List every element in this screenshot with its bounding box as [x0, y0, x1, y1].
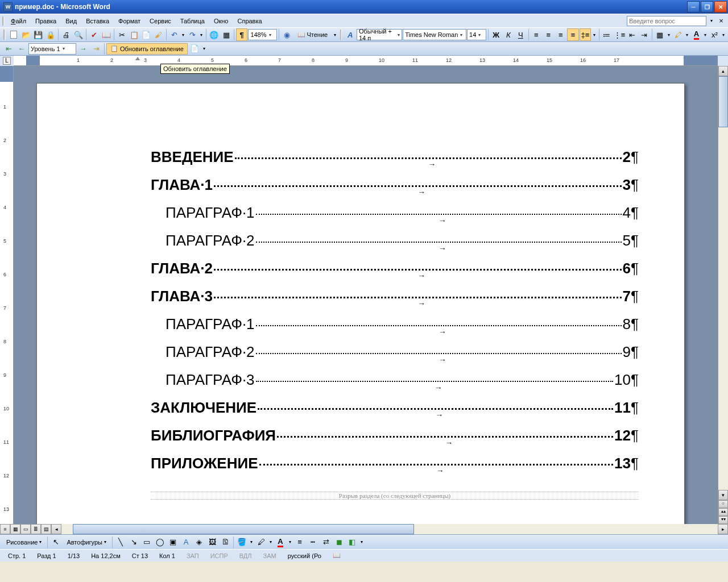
- italic-button[interactable]: К: [503, 28, 515, 41]
- bullets-button[interactable]: ⋮≡: [613, 28, 626, 41]
- status-spellcheck-icon[interactable]: 📖: [329, 552, 344, 559]
- toc-entry[interactable]: ПАРАГРАФ·1 →4¶: [151, 202, 639, 224]
- doc-close-button[interactable]: ×: [717, 15, 726, 27]
- scroll-left-button[interactable]: ◂: [51, 524, 61, 534]
- outline-opts-icon[interactable]: ▾: [201, 43, 207, 55]
- scroll-thumb-h[interactable]: [73, 524, 414, 534]
- menu-table[interactable]: Таблица: [176, 16, 209, 26]
- fill-drop-icon[interactable]: ▾: [249, 536, 254, 548]
- toc-entry[interactable]: ГЛАВА·1 →3¶: [151, 174, 639, 196]
- horizontal-scrollbar[interactable]: ◂ ▸: [51, 524, 728, 534]
- help-dropdown-icon[interactable]: ▾: [708, 15, 715, 27]
- wordart-button[interactable]: A: [180, 536, 192, 548]
- style-combo[interactable]: Обычный + 14 п▾: [357, 29, 402, 40]
- menu-tools[interactable]: Сервис: [146, 16, 175, 26]
- line-color-button[interactable]: 🖊: [255, 536, 267, 548]
- status-lang[interactable]: русский (Ро: [284, 552, 325, 559]
- promote-top-button[interactable]: ⇤: [2, 43, 15, 55]
- underline-button[interactable]: Ч: [515, 28, 527, 41]
- align-justify-button[interactable]: ≡: [567, 28, 579, 41]
- menu-format[interactable]: Формат: [114, 16, 144, 26]
- dash-style-button[interactable]: ┅: [307, 536, 319, 548]
- toc-entry[interactable]: ПАРАГРАФ·3 →10¶: [151, 369, 639, 391]
- toc-entry[interactable]: ГЛАВА·3 →7¶: [151, 285, 639, 307]
- help-search-input[interactable]: [627, 16, 706, 26]
- help-button[interactable]: ◉: [281, 28, 293, 41]
- font-color-button[interactable]: А: [690, 28, 702, 41]
- toolbar-options-icon[interactable]: ▾: [332, 28, 337, 41]
- toc-entry[interactable]: ПАРАГРАФ·2 →9¶: [151, 341, 639, 363]
- minimize-button[interactable]: ─: [687, 1, 700, 13]
- print-view-button[interactable]: ▭: [20, 524, 31, 534]
- vertical-ruler[interactable]: 12345678910111213: [0, 66, 14, 524]
- tab-selector-button[interactable]: L: [3, 57, 11, 65]
- demote-body-button[interactable]: ⇥: [90, 43, 102, 55]
- arrow-button[interactable]: ↘: [127, 536, 140, 548]
- toc-entry[interactable]: ПАРАГРАФ·1 →8¶: [151, 313, 639, 335]
- linespace-drop-icon[interactable]: ▾: [592, 28, 597, 41]
- cut-button[interactable]: ✂: [116, 28, 128, 41]
- document-pane[interactable]: ВВЕДЕНИЕ →2¶ГЛАВА·1 →3¶ПАРАГРАФ·1 →4¶ПАР…: [14, 66, 718, 524]
- toc-entry[interactable]: ЗАКЛЮЧЕНИЕ →11¶: [151, 397, 639, 419]
- toc-entry[interactable]: ПАРАГРАФ·2 →5¶: [151, 230, 639, 252]
- undo-drop-icon[interactable]: ▾: [181, 28, 186, 41]
- select-objects-button[interactable]: ↖: [49, 536, 62, 548]
- highlight-button[interactable]: 🖍: [672, 28, 684, 41]
- menu-edit[interactable]: Правка: [31, 16, 60, 26]
- tables-borders-button[interactable]: ▦: [220, 28, 232, 41]
- arrow-style-button[interactable]: ⇄: [320, 536, 332, 548]
- zoom-combo[interactable]: 148%▾: [248, 29, 277, 40]
- toc-entry[interactable]: ВВЕДЕНИЕ →2¶: [151, 146, 639, 168]
- spellcheck-button[interactable]: ✔: [88, 28, 100, 41]
- promote-button[interactable]: ←: [15, 43, 28, 55]
- paste-button[interactable]: 📄: [140, 28, 152, 41]
- menu-window[interactable]: Окно: [210, 16, 233, 26]
- show-marks-button[interactable]: ¶: [236, 28, 248, 41]
- align-center-button[interactable]: ≡: [543, 28, 555, 41]
- web-view-button[interactable]: ▦: [10, 524, 20, 534]
- status-ext[interactable]: ВДЛ: [236, 552, 255, 559]
- status-rec[interactable]: ЗАП: [183, 552, 202, 559]
- indent-marker-icon[interactable]: [135, 56, 140, 60]
- fontcolor-drop-icon[interactable]: ▾: [703, 28, 708, 41]
- hyperlink-button[interactable]: 🌐: [208, 28, 220, 41]
- menu-view[interactable]: Вид: [61, 16, 81, 26]
- normal-view-button[interactable]: ≡: [0, 524, 10, 534]
- permissions-button[interactable]: 🔒: [44, 28, 56, 41]
- browse-select-button[interactable]: ○: [718, 500, 728, 508]
- toolbar-options2-icon[interactable]: ▾: [721, 28, 726, 41]
- menu-help[interactable]: Справка: [233, 16, 266, 26]
- goto-toc-button[interactable]: 📄: [188, 43, 201, 55]
- numbering-button[interactable]: ≔: [601, 28, 613, 41]
- border-drop-icon[interactable]: ▾: [667, 28, 672, 41]
- copy-button[interactable]: 📋: [128, 28, 140, 41]
- picture-button[interactable]: 🖻: [219, 536, 231, 548]
- fontcolor2-drop-icon[interactable]: ▾: [287, 536, 293, 548]
- next-page-button[interactable]: ▾▾: [718, 516, 728, 524]
- outline-level-combo[interactable]: Уровень 1▾: [28, 43, 76, 55]
- font-combo[interactable]: Times New Roman▾: [403, 29, 466, 40]
- update-toc-button[interactable]: 📋Обновить оглавление: [106, 43, 188, 55]
- redo-button[interactable]: ↷: [187, 28, 198, 41]
- outline-view-button[interactable]: ≣: [31, 524, 41, 534]
- line-style-button[interactable]: ≡: [293, 536, 306, 548]
- scroll-up-button[interactable]: ▴: [718, 66, 728, 76]
- borders-button[interactable]: ▦: [654, 28, 666, 41]
- vertical-scrollbar[interactable]: ▴ ▾ ○ ▴▴ ▾▾: [718, 66, 728, 524]
- save-button[interactable]: 💾: [32, 28, 44, 41]
- bold-button[interactable]: Ж: [490, 28, 502, 41]
- textbox-button[interactable]: ▣: [167, 536, 179, 548]
- superscript-button[interactable]: x²: [709, 28, 721, 41]
- reading-view-button[interactable]: ▤: [41, 524, 51, 534]
- menu-insert[interactable]: Вставка: [82, 16, 113, 26]
- toc-entry[interactable]: ПРИЛОЖЕНИЕ →13¶: [151, 452, 639, 475]
- increase-indent-button[interactable]: ⇥: [639, 28, 651, 41]
- linecolor-drop-icon[interactable]: ▾: [268, 536, 274, 548]
- line-spacing-button[interactable]: ‡≡: [580, 28, 592, 41]
- status-ovr[interactable]: ЗАМ: [260, 552, 280, 559]
- scroll-right-button[interactable]: ▸: [718, 524, 728, 534]
- maximize-button[interactable]: ❐: [701, 1, 713, 13]
- research-button[interactable]: 📖: [100, 28, 112, 41]
- decrease-indent-button[interactable]: ⇤: [626, 28, 638, 41]
- open-button[interactable]: 📂: [20, 28, 32, 41]
